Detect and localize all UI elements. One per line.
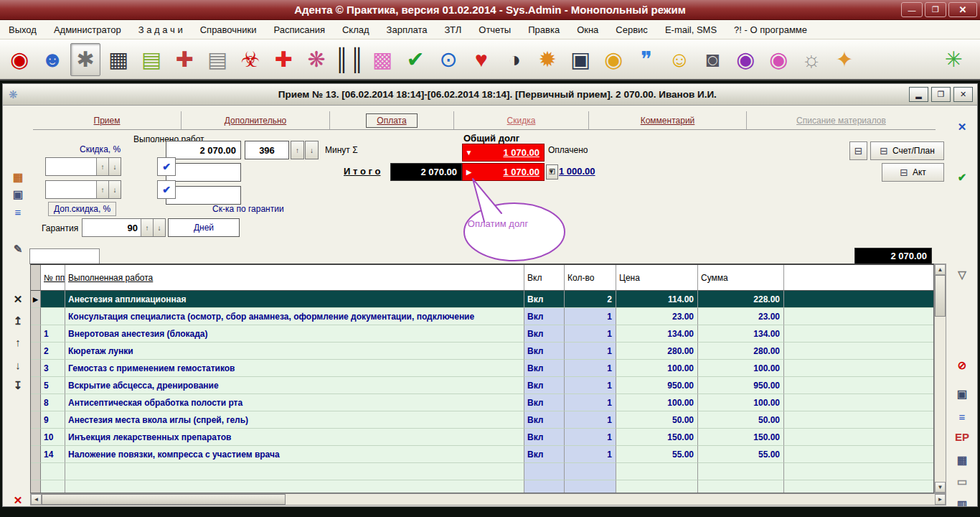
monitor-icon[interactable]: ▣: [565, 43, 595, 76]
menu-item[interactable]: Администратор: [54, 24, 121, 35]
spin-down-icon[interactable]: ↓: [108, 158, 121, 175]
move-up-icon[interactable]: ↑: [6, 337, 30, 348]
archive-icon[interactable]: ▤: [202, 43, 232, 76]
discount-spinner[interactable]: ↑ ↓: [45, 157, 121, 176]
check-icon[interactable]: ✔: [400, 43, 430, 76]
menu-item[interactable]: Выход: [9, 24, 37, 35]
table-row[interactable]: 1Внеротовая анестезия (блокада)Вкл1134.0…: [31, 325, 933, 343]
paid-row[interactable]: ▼ 1 000.00: [548, 166, 595, 177]
spin-down-icon[interactable]: ↓: [153, 219, 165, 236]
horizontal-scroll-thumb[interactable]: [42, 494, 286, 505]
menu-item[interactable]: E-mail, SMS: [665, 24, 717, 35]
blank-icon[interactable]: ▭: [950, 476, 974, 487]
palette-grid-icon[interactable]: ▦: [6, 172, 30, 182]
tab-additional[interactable]: Дополнительно: [182, 111, 330, 129]
horizontal-scrollbar[interactable]: ◄ ►: [30, 493, 946, 506]
alarm-icon[interactable]: ◉: [598, 43, 628, 76]
scroll-up-icon[interactable]: ▲: [935, 264, 946, 275]
tab-payment[interactable]: Оплата: [330, 111, 454, 129]
warranty-spinner[interactable]: 90 ↑ ↓: [82, 218, 166, 237]
menu-item[interactable]: ЗТЛ: [445, 24, 462, 35]
media-icon[interactable]: ▦: [103, 43, 133, 76]
gauge-icon[interactable]: ◑: [499, 43, 529, 76]
edit-doc-icon[interactable]: ✎: [6, 243, 30, 254]
extra-discount-spinner[interactable]: ↑ ↓: [45, 180, 121, 199]
table-row[interactable]: 10Инъекция лекарственных препаратовВкл11…: [31, 429, 933, 446]
column-header[interactable]: № пп: [41, 265, 65, 291]
bulb-icon[interactable]: ☼: [796, 43, 826, 76]
menu-item[interactable]: Склад: [342, 24, 369, 35]
confirm-icon[interactable]: ✔: [950, 172, 974, 182]
folder-icon[interactable]: ▤: [136, 43, 166, 76]
menu-item[interactable]: ?! - О программе: [734, 24, 807, 35]
minutes-box[interactable]: 396: [245, 141, 289, 159]
delete-row-icon[interactable]: ✕: [6, 495, 30, 506]
grid2-icon[interactable]: ▥: [950, 499, 974, 507]
palette-icon[interactable]: ❋: [301, 43, 331, 76]
debt-box[interactable]: ▼ 1 070.00: [462, 144, 545, 162]
invoice-plan-button[interactable]: ⊟ Счет/План: [870, 141, 944, 160]
menu-item[interactable]: Правка: [528, 24, 560, 35]
vertical-scroll-thumb[interactable]: [935, 275, 946, 317]
stamp-ep-icon[interactable]: ЕР: [950, 432, 974, 442]
menu-item[interactable]: Зарплата: [387, 24, 428, 35]
move-down-icon[interactable]: ↓: [6, 360, 30, 371]
list-icon[interactable]: ≡: [6, 207, 30, 218]
close-button[interactable]: ✕: [948, 2, 977, 17]
eye-pink-icon[interactable]: ◉: [763, 43, 793, 76]
warranty-days-box[interactable]: Дней: [168, 218, 240, 237]
spin-up-icon[interactable]: ↑: [96, 158, 108, 175]
smiley-icon[interactable]: ☺: [664, 43, 694, 76]
camera-icon[interactable]: ◙: [697, 43, 727, 76]
move-top-icon[interactable]: ↥: [6, 315, 30, 326]
column-header[interactable]: Выполненная работа: [65, 265, 524, 291]
plugin-icon[interactable]: ✳: [938, 43, 969, 76]
table-row[interactable]: 3Гемостаз с применением гемостатиковВкл1…: [31, 360, 933, 377]
save-icon[interactable]: ▣: [6, 189, 30, 200]
chat-icon[interactable]: ❞: [631, 43, 661, 76]
menu-item[interactable]: Отчеты: [479, 24, 511, 35]
footer-input-box[interactable]: [29, 248, 100, 264]
table-row[interactable]: 9Анестезия места вкола иглы (спрей, гель…: [31, 411, 933, 429]
bell-icon[interactable]: ✦: [829, 43, 859, 76]
spin-up-icon[interactable]: ↑: [141, 219, 153, 236]
tab-discount[interactable]: Скидка: [454, 111, 589, 129]
horizontal-scroll-track[interactable]: [42, 494, 935, 505]
act-button[interactable]: ⊟ Акт: [882, 163, 944, 182]
child-minimize-button[interactable]: ▂: [909, 87, 928, 102]
child-close-button[interactable]: ✕: [953, 87, 973, 102]
table-row[interactable]: 14Наложение повязки, компресса с участие…: [31, 446, 933, 463]
heart-icon[interactable]: ♥: [466, 43, 496, 76]
discount-amount-box[interactable]: [166, 163, 241, 182]
restore-button[interactable]: ❐: [925, 2, 946, 17]
biohazard-icon[interactable]: ☣: [235, 43, 265, 76]
apply-extra-discount-button[interactable]: ✔: [157, 180, 176, 199]
scroll-right-icon[interactable]: ►: [935, 494, 946, 505]
tab-reception[interactable]: Прием: [33, 111, 182, 129]
clock-blue-icon[interactable]: ⊙: [433, 43, 463, 76]
arrow-right-icon[interactable]: ▶: [463, 168, 475, 176]
minutes-down-button[interactable]: ↓: [305, 141, 319, 159]
users-icon[interactable]: ☻: [37, 43, 67, 76]
delete-x-icon[interactable]: ✕: [6, 294, 30, 304]
settings-icon[interactable]: ✱: [70, 43, 100, 76]
grid-icon[interactable]: ▦: [950, 455, 974, 465]
table-row[interactable]: 8Антисептическая обработка полости ртаВк…: [31, 394, 933, 411]
child-maximize-button[interactable]: ❐: [931, 87, 951, 102]
menu-item[interactable]: Сервис: [616, 24, 648, 35]
column-header[interactable]: Сумма: [698, 265, 784, 291]
filter-icon[interactable]: ▽: [950, 269, 974, 280]
menu-item[interactable]: Расписания: [273, 24, 324, 35]
spin-down-icon[interactable]: ↓: [108, 181, 121, 198]
tab-comment[interactable]: Комментарий: [589, 111, 747, 129]
list2-icon[interactable]: ≡: [950, 411, 974, 422]
close-pane-icon[interactable]: ✕: [950, 121, 974, 132]
firstaid-icon[interactable]: ✚: [268, 43, 298, 76]
menu-item[interactable]: Справочники: [200, 24, 257, 35]
power-icon[interactable]: ◉: [4, 43, 34, 76]
column-header[interactable]: Вкл: [524, 265, 565, 291]
table-row[interactable]: Консультация специалиста (осмотр, сбор а…: [31, 308, 933, 325]
scroll-left-icon[interactable]: ◄: [31, 494, 42, 505]
scroll-down-icon[interactable]: ▼: [935, 482, 946, 493]
spin-up-icon[interactable]: ↑: [96, 181, 108, 198]
